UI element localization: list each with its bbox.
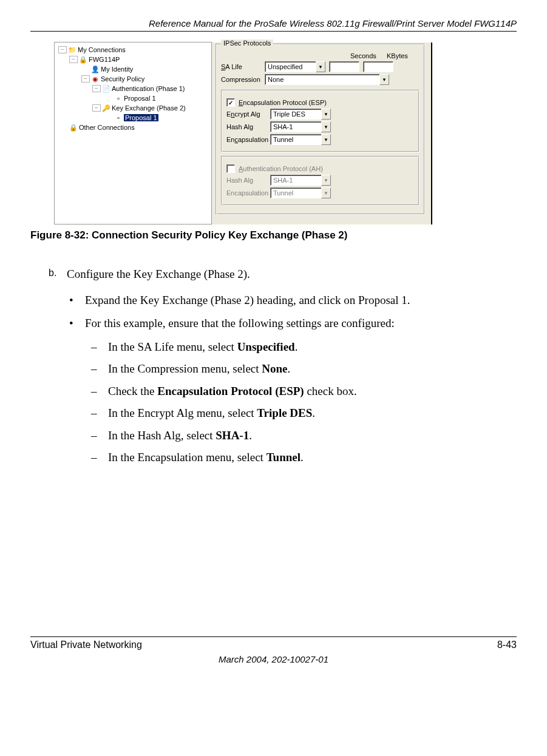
ah-hash-label: Hash Alg bbox=[226, 177, 270, 184]
tree-key-exchange[interactable]: Key Exchange (Phase 2) bbox=[112, 104, 186, 112]
encapsulation-label: Encapsulation bbox=[226, 136, 270, 143]
esp-group: ✓ Encapsulation Protocol (ESP) Encrypt A… bbox=[221, 90, 420, 152]
sa-life-dropdown[interactable]: Unspecified bbox=[265, 61, 316, 72]
folder-icon: 📁 bbox=[68, 46, 76, 54]
tree-conn[interactable]: FWG114P bbox=[89, 56, 120, 63]
chevron-down-icon[interactable]: ▼ bbox=[379, 74, 389, 85]
step-text: Configure the Key Exchange (Phase 2). bbox=[67, 266, 250, 283]
policy-icon: ◉ bbox=[91, 75, 100, 83]
bullet-icon: • bbox=[69, 315, 85, 332]
tree-identity[interactable]: My Identity bbox=[101, 66, 133, 73]
auth-icon: 📄 bbox=[102, 85, 110, 93]
tree-other-connections[interactable]: Other Connections bbox=[79, 124, 135, 131]
seconds-header: Seconds bbox=[350, 52, 383, 59]
ah-checkbox[interactable] bbox=[226, 164, 235, 173]
ah-label: Authentication Protocol (AH) bbox=[239, 165, 323, 172]
figure-caption: Figure 8-32: Connection Security Policy … bbox=[30, 229, 517, 241]
tree-panel: − 📁 My Connections − 🔒 FWG114P 👤 My Iden… bbox=[54, 42, 212, 224]
dash-text: In the Compression menu, select None. bbox=[108, 360, 290, 378]
collapse-icon[interactable]: − bbox=[92, 85, 101, 92]
settings-panel: IPSec Protocols Seconds KBytes SA Life U… bbox=[212, 42, 431, 224]
tree-auth[interactable]: Authentication (Phase 1) bbox=[112, 85, 185, 92]
bullet-text: Expand the Key Exchange (Phase 2) headin… bbox=[85, 292, 410, 309]
dash-icon: – bbox=[91, 405, 108, 422]
hash-alg-dropdown[interactable]: SHA-1 bbox=[270, 121, 322, 132]
key-icon: 🔑 bbox=[102, 104, 110, 112]
dash-text: In the Encapsulation menu, select Tunnel… bbox=[108, 449, 304, 467]
tree-key-proposal-selected[interactable]: Proposal 1 bbox=[124, 114, 158, 121]
dash-icon: – bbox=[91, 449, 108, 467]
compression-label: Compression bbox=[221, 76, 265, 83]
dash-text: In the Encrypt Alg menu, select Triple D… bbox=[108, 405, 315, 422]
identity-icon: 👤 bbox=[91, 66, 100, 73]
collapse-icon[interactable]: − bbox=[58, 46, 67, 53]
compression-dropdown[interactable]: None bbox=[265, 74, 380, 85]
chevron-down-icon[interactable]: ▼ bbox=[321, 109, 331, 120]
seconds-input[interactable] bbox=[329, 61, 359, 72]
page-footer: Virtual Private Networking 8-43 March 20… bbox=[30, 636, 517, 664]
chevron-down-icon[interactable]: ▼ bbox=[321, 121, 331, 132]
encrypt-alg-dropdown[interactable]: Triple DES bbox=[270, 109, 322, 120]
ipsec-group-title: IPSec Protocols bbox=[221, 39, 273, 47]
esp-checkbox[interactable]: ✓ bbox=[226, 98, 235, 107]
dash-icon: – bbox=[91, 383, 108, 400]
sa-life-label: SA Life bbox=[221, 63, 265, 70]
ipsec-group: IPSec Protocols Seconds KBytes SA Life U… bbox=[216, 44, 425, 215]
dash-icon: – bbox=[91, 339, 108, 356]
bullet-icon: • bbox=[69, 292, 85, 309]
chevron-down-icon[interactable]: ▼ bbox=[316, 61, 325, 72]
collapse-icon[interactable]: − bbox=[92, 104, 101, 112]
encapsulation-dropdown[interactable]: Tunnel bbox=[270, 134, 322, 145]
footer-page-number: 8-43 bbox=[497, 640, 517, 650]
bullet-text: For this example, ensure that the follow… bbox=[85, 315, 395, 332]
tree-auth-proposal[interactable]: Proposal 1 bbox=[124, 95, 156, 102]
ah-encap-label: Encapsulation bbox=[226, 189, 270, 197]
dash-text: In the Hash Alg, select SHA-1. bbox=[108, 427, 252, 445]
encrypt-alg-label: Encrypt Alg bbox=[226, 110, 270, 118]
dash-icon: – bbox=[91, 427, 108, 445]
hash-alg-label: Hash Alg bbox=[226, 123, 270, 130]
dash-text: In the SA Life menu, select Unspecified. bbox=[108, 339, 297, 356]
ah-encap-dropdown: Tunnel bbox=[270, 187, 322, 198]
ah-group: Authentication Protocol (AH) Hash Alg SH… bbox=[221, 156, 420, 206]
proposal-icon: ▫ bbox=[114, 95, 123, 102]
dash-text: Check the Encapsulation Protocol (ESP) c… bbox=[108, 383, 357, 400]
tree-root: My Connections bbox=[78, 46, 126, 53]
step-letter: b. bbox=[49, 266, 67, 283]
ah-hash-dropdown: SHA-1 bbox=[270, 175, 322, 186]
esp-label: Encapsulation Protocol (ESP) bbox=[239, 99, 327, 106]
page-header: Reference Manual for the ProSafe Wireles… bbox=[30, 18, 517, 32]
lock-icon: 🔒 bbox=[69, 124, 78, 132]
kbytes-header: KBytes bbox=[387, 52, 420, 59]
chevron-down-icon: ▼ bbox=[321, 187, 331, 198]
body-content: b. Configure the Key Exchange (Phase 2).… bbox=[30, 266, 517, 467]
screenshot-panel: − 📁 My Connections − 🔒 FWG114P 👤 My Iden… bbox=[55, 42, 432, 224]
dash-icon: – bbox=[91, 360, 108, 378]
kbytes-input[interactable] bbox=[363, 61, 393, 72]
footer-date: March 2004, 202-10027-01 bbox=[30, 654, 517, 664]
collapse-icon[interactable]: − bbox=[81, 75, 90, 83]
proposal-icon: ▫ bbox=[114, 114, 123, 121]
figure: − 📁 My Connections − 🔒 FWG114P 👤 My Iden… bbox=[30, 42, 517, 241]
collapse-icon[interactable]: − bbox=[69, 56, 78, 63]
chevron-down-icon[interactable]: ▼ bbox=[321, 134, 331, 145]
tree-policy[interactable]: Security Policy bbox=[101, 75, 144, 83]
footer-section: Virtual Private Networking bbox=[30, 640, 142, 650]
chevron-down-icon: ▼ bbox=[321, 175, 331, 186]
lock-icon: 🔒 bbox=[79, 56, 87, 64]
